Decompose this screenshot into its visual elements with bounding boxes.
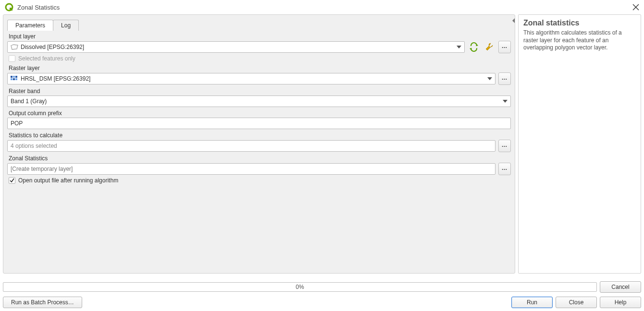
- open-output-label: Open output file after running algorithm: [18, 177, 118, 184]
- ellipsis-icon: …: [502, 74, 508, 81]
- stats-select-button[interactable]: …: [498, 140, 511, 152]
- progress-text: 0%: [296, 284, 304, 290]
- ellipsis-icon: …: [502, 43, 508, 49]
- raster-layer-browse-button[interactable]: …: [498, 72, 511, 85]
- collapse-handle-icon[interactable]: [512, 18, 516, 24]
- raster-layer-label: Raster layer: [7, 65, 511, 72]
- polygon-layer-icon: [11, 44, 18, 50]
- qgis-icon: [5, 3, 13, 12]
- svg-marker-6: [457, 46, 461, 48]
- run-batch-button[interactable]: Run as Batch Process…: [3, 297, 82, 308]
- raster-layer-combo[interactable]: HRSL_DSM [EPSG:26392]: [7, 73, 495, 84]
- form-area: Input layer Dissolved [EPSG:26392]: [7, 33, 511, 269]
- cancel-button[interactable]: Cancel: [600, 281, 641, 293]
- input-layer-value: Dissolved [EPSG:26392]: [21, 44, 84, 50]
- close-icon[interactable]: [632, 4, 639, 11]
- stats-label: Statistics to calculate: [7, 132, 511, 139]
- output-prefix-input[interactable]: [7, 118, 511, 129]
- wrench-icon: [484, 42, 495, 52]
- raster-band-label: Raster band: [7, 88, 511, 95]
- stats-summary-field: 4 options selected: [7, 140, 495, 152]
- open-output-checkbox[interactable]: [9, 177, 15, 184]
- svg-marker-15: [487, 77, 492, 80]
- raster-band-block: Raster band Band 1 (Gray): [7, 88, 511, 107]
- svg-rect-10: [13, 76, 15, 78]
- raster-layer-icon: [11, 76, 18, 82]
- help-title: Zonal statistics: [523, 19, 636, 27]
- svg-rect-9: [11, 76, 12, 78]
- svg-rect-12: [11, 78, 12, 80]
- caret-down-icon: [503, 100, 508, 103]
- input-layer-browse-button[interactable]: …: [498, 41, 511, 53]
- zonal-output-input[interactable]: [7, 163, 495, 175]
- input-layer-label: Input layer: [7, 33, 511, 40]
- refresh-icon: [469, 42, 479, 52]
- parameters-pane: Parameters Log Input layer Dissolved [EP…: [3, 14, 515, 274]
- svg-marker-5: [11, 45, 18, 49]
- help-description: This algorithm calculates statistics of …: [523, 29, 636, 52]
- raster-band-combo[interactable]: Band 1 (Gray): [7, 96, 511, 107]
- stats-summary-value: 4 options selected: [11, 143, 57, 149]
- main-area: Parameters Log Input layer Dissolved [EP…: [3, 14, 641, 274]
- stats-block: Statistics to calculate 4 options select…: [7, 132, 511, 152]
- title-bar: Zonal Statistics: [0, 0, 644, 14]
- bottom-bar: 0% Cancel Run as Batch Process… Run Clos…: [3, 281, 641, 308]
- tab-bar: Parameters Log: [7, 20, 79, 31]
- help-button[interactable]: Help: [600, 297, 641, 308]
- svg-rect-14: [15, 78, 17, 80]
- raster-layer-value: HRSL_DSM [EPSG:26392]: [21, 75, 90, 82]
- progress-bar: 0%: [3, 282, 597, 292]
- input-layer-block: Input layer Dissolved [EPSG:26392]: [7, 33, 511, 62]
- ellipsis-icon: …: [502, 142, 508, 148]
- tab-log[interactable]: Log: [53, 20, 79, 31]
- selected-only-checkbox: [9, 55, 15, 62]
- help-pane: Zonal statistics This algorithm calculat…: [518, 14, 641, 274]
- caret-down-icon: [457, 46, 461, 48]
- advanced-options-button[interactable]: [483, 41, 495, 53]
- window-title: Zonal Statistics: [17, 4, 60, 11]
- svg-marker-4: [512, 18, 515, 23]
- zonal-output-label: Zonal Statistics: [7, 155, 511, 162]
- run-button[interactable]: Run: [511, 297, 553, 308]
- selected-only-label: Selected features only: [18, 55, 75, 62]
- caret-down-icon: [487, 77, 492, 80]
- raster-band-value: Band 1 (Gray): [11, 98, 47, 105]
- output-prefix-block: Output column prefix: [7, 110, 511, 129]
- svg-marker-16: [503, 100, 508, 103]
- tab-parameters[interactable]: Parameters: [7, 20, 53, 31]
- zonal-output-block: Zonal Statistics … Open output file afte…: [7, 155, 511, 184]
- output-prefix-label: Output column prefix: [7, 110, 511, 117]
- svg-rect-13: [13, 78, 15, 80]
- iterate-features-button[interactable]: [468, 41, 480, 53]
- close-button[interactable]: Close: [556, 297, 597, 308]
- zonal-output-browse-button[interactable]: …: [498, 163, 511, 175]
- raster-layer-block: Raster layer: [7, 65, 511, 85]
- input-layer-combo[interactable]: Dissolved [EPSG:26392]: [7, 41, 465, 53]
- ellipsis-icon: …: [502, 165, 508, 171]
- svg-rect-11: [15, 76, 17, 78]
- svg-rect-1: [10, 8, 12, 11]
